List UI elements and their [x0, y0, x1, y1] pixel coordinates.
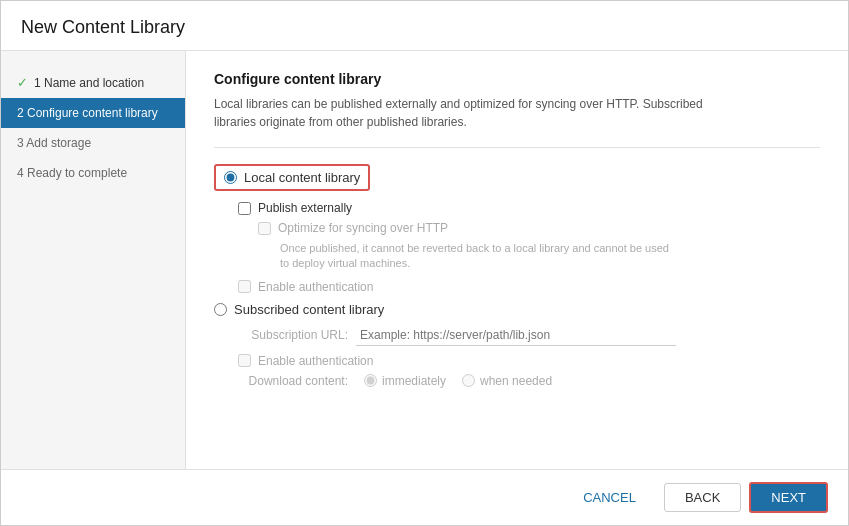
subscribed-content-library-label: Subscribed content library	[234, 302, 384, 317]
section-title: Configure content library	[214, 71, 820, 87]
local-content-library-radio[interactable]	[224, 171, 237, 184]
sidebar-item-step3[interactable]: 3 Add storage	[1, 128, 185, 158]
publish-externally-label: Publish externally	[258, 201, 352, 215]
enable-auth-local-checkbox[interactable]	[238, 280, 251, 293]
local-content-library-option[interactable]: Local content library	[214, 164, 370, 191]
sidebar-item-step2-label: 2 Configure content library	[17, 106, 158, 120]
enable-auth-local-option[interactable]: Enable authentication	[238, 280, 820, 294]
once-published-desc: Once published, it cannot be reverted ba…	[280, 241, 680, 272]
sidebar-item-step1[interactable]: ✓ 1 Name and location	[1, 67, 185, 98]
enable-auth-local-label: Enable authentication	[258, 280, 373, 294]
once-published-line2: to deploy virtual machines.	[280, 257, 410, 269]
optimize-checkbox[interactable]	[258, 222, 271, 235]
download-content-row: Download content: immediately when neede…	[238, 374, 820, 388]
desc-line2: libraries originate from other published…	[214, 115, 467, 129]
new-content-library-dialog: New Content Library ✓ 1 Name and locatio…	[0, 0, 849, 526]
subscription-url-label: Subscription URL:	[238, 328, 348, 342]
sidebar-item-step2[interactable]: 2 Configure content library	[1, 98, 185, 128]
check-icon: ✓	[17, 75, 28, 90]
optimize-option[interactable]: Optimize for syncing over HTTP	[258, 221, 820, 235]
local-content-library-label: Local content library	[244, 170, 360, 185]
enable-auth-sub-label: Enable authentication	[258, 354, 373, 368]
enable-auth-sub-checkbox[interactable]	[238, 354, 251, 367]
when-needed-option[interactable]: when needed	[462, 374, 552, 388]
sidebar-item-step1-label: 1 Name and location	[34, 76, 144, 90]
next-button[interactable]: NEXT	[749, 482, 828, 513]
subscription-url-input[interactable]	[356, 325, 676, 346]
when-needed-radio[interactable]	[462, 374, 475, 387]
desc-line1: Local libraries can be published externa…	[214, 97, 703, 111]
subscription-url-row: Subscription URL:	[238, 325, 820, 346]
once-published-line1: Once published, it cannot be reverted ba…	[280, 242, 669, 254]
publish-externally-option[interactable]: Publish externally	[238, 201, 820, 215]
divider	[214, 147, 820, 148]
immediately-radio[interactable]	[364, 374, 377, 387]
sidebar-item-step3-label: 3 Add storage	[17, 136, 91, 150]
download-content-label: Download content:	[238, 374, 348, 388]
subscribed-sub-options: Subscription URL: Enable authentication …	[238, 325, 820, 388]
dialog-footer: CANCEL BACK NEXT	[1, 469, 848, 525]
sidebar-item-step4[interactable]: 4 Ready to complete	[1, 158, 185, 188]
immediately-label: immediately	[382, 374, 446, 388]
optimize-label: Optimize for syncing over HTTP	[278, 221, 448, 235]
subscribed-content-library-radio[interactable]	[214, 303, 227, 316]
when-needed-label: when needed	[480, 374, 552, 388]
dialog-title: New Content Library	[1, 1, 848, 51]
immediately-option[interactable]: immediately	[364, 374, 446, 388]
section-description: Local libraries can be published externa…	[214, 95, 774, 131]
nested-publish-options: Optimize for syncing over HTTP Once publ…	[258, 221, 820, 272]
sidebar-item-step4-label: 4 Ready to complete	[17, 166, 127, 180]
local-sub-options: Publish externally Optimize for syncing …	[238, 201, 820, 294]
dialog-body: ✓ 1 Name and location 2 Configure conten…	[1, 51, 848, 469]
publish-externally-checkbox[interactable]	[238, 202, 251, 215]
cancel-button[interactable]: CANCEL	[563, 484, 656, 511]
enable-auth-sub-option[interactable]: Enable authentication	[238, 354, 820, 368]
back-button[interactable]: BACK	[664, 483, 741, 512]
sidebar: ✓ 1 Name and location 2 Configure conten…	[1, 51, 186, 469]
main-content-area: Configure content library Local librarie…	[186, 51, 848, 469]
subscribed-content-library-option[interactable]: Subscribed content library	[214, 302, 820, 317]
